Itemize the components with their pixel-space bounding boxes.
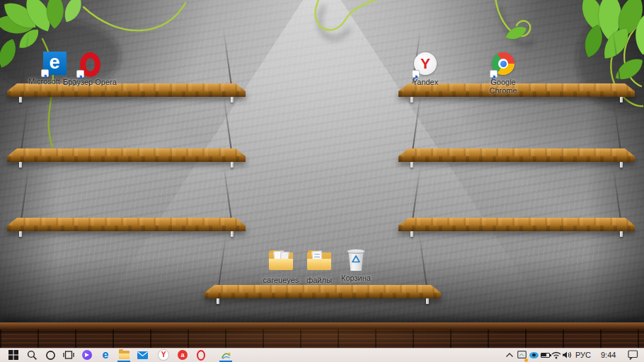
tray-volume[interactable] — [558, 348, 575, 362]
speaker-icon — [562, 351, 572, 359]
shelf-bottom-center — [205, 285, 441, 298]
cortana-button[interactable] — [42, 348, 59, 362]
recycle-bin-icon — [344, 248, 368, 272]
language-indicator[interactable]: РУС — [575, 348, 591, 362]
desktop-icon-opera[interactable]: Браузер Opera — [63, 52, 117, 86]
google-chrome-icon — [491, 52, 515, 76]
alice-icon — [82, 350, 92, 360]
shelf-edge — [205, 293, 441, 298]
cortana-circle-icon — [45, 350, 56, 361]
shelf-edge — [7, 156, 246, 162]
shortcut-arrow-icon — [76, 70, 84, 78]
shortcut-arrow-icon — [490, 70, 498, 78]
yandex-icon: Y — [413, 52, 437, 76]
shelf-lower-left — [7, 218, 246, 231]
shortcut-arrow-icon — [41, 69, 49, 77]
shelf-edge — [7, 91, 246, 97]
shelf-peg — [217, 298, 219, 304]
shelf-peg — [620, 231, 623, 237]
bin-rim — [347, 249, 365, 254]
wood-floor — [0, 329, 644, 348]
shelf-middle-left — [7, 148, 246, 162]
shelf-surface — [398, 218, 635, 226]
taskbar-yandex-alice-button[interactable] — [79, 348, 96, 362]
folder-front — [307, 259, 331, 270]
folder-icon — [307, 250, 331, 274]
windows-desktop: e Microsoft Edge Браузер Opera Y Yandex … — [0, 0, 644, 362]
search-icon — [27, 350, 38, 361]
shelf-edge — [398, 226, 635, 231]
shelf-middle-right — [398, 148, 635, 162]
start-button[interactable] — [5, 348, 22, 362]
shelf-peg — [620, 97, 623, 103]
taskbar-mail-button[interactable] — [134, 348, 151, 362]
mail-icon — [137, 351, 148, 359]
shelf-surface — [7, 218, 246, 226]
shelf-peg — [19, 162, 22, 168]
desktop-icon-recycle-bin[interactable]: Корзина — [329, 248, 383, 282]
shelf-peg — [19, 231, 22, 237]
chrome-iris — [500, 61, 507, 67]
yandex-browser-icon: Y — [159, 350, 168, 360]
desktop-icon-google-chrome[interactable]: Google Chrome — [476, 52, 530, 95]
shelf-peg — [410, 231, 413, 237]
shelf-peg — [231, 162, 234, 168]
search-button[interactable] — [23, 348, 40, 362]
action-center-button[interactable] — [624, 348, 641, 362]
icon-label: Google Chrome — [476, 78, 530, 95]
shelf-peg — [426, 298, 429, 304]
icon-label: Корзина — [329, 274, 383, 282]
folder-icon — [269, 250, 293, 274]
shelf-surface — [205, 285, 441, 293]
shortcut-arrow-icon — [412, 70, 420, 78]
shelf-edge — [398, 156, 635, 162]
shelf-surface — [7, 148, 246, 156]
shelf-peg — [410, 162, 413, 168]
task-view-icon — [63, 350, 74, 360]
edge-icon: e — [103, 349, 109, 361]
shelf-peg — [231, 97, 234, 103]
file-explorer-icon — [119, 351, 130, 359]
shelf-peg — [620, 162, 623, 168]
icon-label: Браузер Opera — [63, 78, 117, 86]
taskbar-careueyes-button[interactable] — [217, 348, 234, 362]
shelf-lower-right — [398, 218, 635, 231]
windows-logo-icon — [8, 350, 18, 360]
clock[interactable]: 9:44 — [601, 348, 616, 362]
red-circle-app-icon: a — [178, 350, 188, 360]
recycle-symbol-icon — [351, 255, 361, 264]
taskbar-opera-button[interactable] — [192, 348, 209, 362]
folder-front — [269, 259, 293, 270]
shelf-edge — [7, 226, 246, 231]
shelf-peg — [231, 231, 234, 237]
taskbar-edge-button[interactable]: e — [97, 348, 114, 362]
icon-label: Yandex — [398, 78, 452, 86]
careueyes-icon — [221, 351, 231, 360]
taskbar-yandex-browser-button[interactable]: Y — [155, 348, 172, 362]
baseboard — [0, 322, 644, 329]
desktop-icon-yandex[interactable]: Y Yandex — [398, 52, 452, 86]
shelf-surface — [398, 148, 635, 156]
task-view-button[interactable] — [60, 348, 77, 362]
taskbar-red-app-button[interactable]: a — [174, 348, 191, 362]
shelf-peg — [19, 97, 22, 103]
opera-icon — [78, 52, 102, 76]
taskbar-file-explorer-button[interactable] — [115, 348, 132, 362]
opera-icon — [197, 350, 205, 361]
shelf-peg — [410, 97, 413, 103]
action-center-icon — [628, 350, 638, 360]
